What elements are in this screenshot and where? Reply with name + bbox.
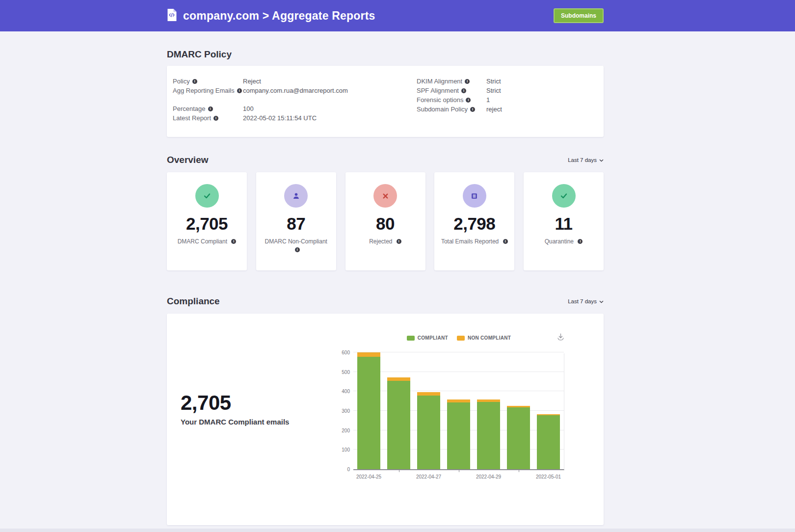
policy-label: DKIM Alignmenti	[417, 77, 486, 86]
info-icon[interactable]: i	[295, 247, 300, 252]
overview-card: 2,705DMARC Compliant i	[167, 172, 247, 270]
overview-card: 80Rejected i	[345, 172, 425, 270]
policy-label: Policyi	[173, 77, 243, 86]
info-icon[interactable]: i	[470, 107, 475, 112]
compliant-total-value: 2,705	[181, 391, 328, 415]
segment-compliant	[447, 402, 470, 469]
policy-label: Percentagei	[173, 104, 243, 113]
metric-value: 2,798	[453, 214, 495, 234]
download-chart-icon[interactable]	[556, 332, 565, 344]
segment-compliant	[477, 402, 500, 469]
compliance-card: 2,705 Your DMARC Compliant emails COMPLI…	[167, 314, 604, 525]
policy-section-title: DMARC Policy	[167, 49, 604, 60]
x-axis-tick	[519, 470, 519, 472]
y-axis-tick: 200	[342, 427, 350, 433]
legend-item: COMPLIANT	[407, 335, 448, 341]
metric-value: 80	[376, 214, 395, 234]
user-icon	[284, 184, 308, 208]
y-axis-tick: 100	[342, 447, 350, 452]
compliance-date-range-label: Last 7 days	[568, 298, 597, 304]
segment-compliant	[357, 357, 380, 469]
info-icon[interactable]: i	[461, 88, 466, 93]
legend-label: NON COMPLIANT	[468, 335, 511, 341]
info-icon[interactable]: i	[578, 239, 583, 244]
page-title: company.com > Aggregate Reports	[183, 9, 375, 23]
bar-2022-04-25	[357, 352, 380, 469]
info-icon[interactable]: i	[397, 239, 401, 244]
metric-label: DMARC Compliant i	[178, 238, 237, 246]
top-bar-content: company.com > Aggregate Reports Subdomai…	[167, 8, 604, 24]
compliance-date-range-select[interactable]: Last 7 days	[568, 298, 604, 304]
policy-label: Agg Reporting Emailsi	[173, 86, 243, 95]
x-axis-label: 2022-04-27	[409, 474, 449, 479]
bar-2022-04-26	[387, 377, 410, 469]
y-axis-tick: 400	[342, 389, 350, 394]
policy-label: Latest Reporti	[173, 113, 243, 123]
y-axis-tick: 0	[347, 467, 350, 472]
policy-row: DKIM AlignmentiStrict	[417, 77, 598, 86]
gridline	[353, 372, 564, 372]
segment-noncompliant	[357, 352, 380, 357]
policy-value: Strict	[486, 77, 501, 86]
policy-right-column: DKIM AlignmentiStrictSPF AlignmentiStric…	[417, 77, 598, 126]
policy-value: Reject	[243, 77, 261, 86]
gridline	[353, 352, 564, 352]
info-icon[interactable]: i	[213, 116, 218, 121]
info-icon[interactable]: i	[465, 79, 470, 84]
breadcrumb: company.com > Aggregate Reports	[167, 8, 375, 24]
compliance-section-head: Compliance Last 7 days	[167, 296, 604, 307]
policy-row: SPF AlignmentiStrict	[417, 86, 598, 95]
policy-row: Latest Reporti2022-05-02 15:11:54 UTC	[173, 113, 417, 123]
overview-cards-row: 2,705DMARC Compliant i87DMARC Non-Compli…	[167, 172, 604, 270]
policy-row: Subdomain Policyireject	[417, 105, 598, 114]
overview-section-head: Overview Last 7 days	[167, 155, 604, 165]
info-icon[interactable]: i	[192, 79, 197, 84]
segment-compliant	[387, 381, 410, 469]
x-axis-label: 2022-05-01	[529, 474, 568, 479]
overview-card: 11Quarantine i	[524, 172, 604, 270]
policy-value: 100	[243, 104, 254, 113]
report-icon	[463, 184, 486, 208]
info-icon[interactable]: i	[231, 239, 236, 244]
y-axis-tick: 600	[342, 350, 350, 355]
x-axis-label: 2022-04-25	[349, 474, 389, 479]
policy-label: Subdomain Policyi	[417, 105, 486, 114]
bar-2022-04-29	[477, 399, 500, 469]
chart-plot-area: 01002003004005006002022-04-252022-04-272…	[353, 353, 564, 470]
bar-2022-05-01	[537, 414, 560, 469]
compliance-summary: 2,705 Your DMARC Compliant emails	[181, 391, 328, 525]
chart-legend: COMPLIANTNON COMPLIANT	[353, 335, 564, 341]
metric-value: 11	[555, 214, 573, 234]
legend-swatch	[407, 336, 415, 341]
check-icon	[195, 184, 219, 208]
info-icon[interactable]: i	[466, 98, 471, 103]
subdomains-button[interactable]: Subdomains	[554, 8, 604, 23]
compliance-section-title: Compliance	[167, 296, 220, 307]
metric-label: Total Emails Reported i	[441, 238, 508, 246]
report-document-icon	[167, 8, 177, 24]
policy-value: 1	[486, 95, 490, 105]
metric-label: DMARC Non-Compliant i	[262, 238, 330, 254]
compliance-chart: COMPLIANTNON COMPLIANT 01002003004005006…	[344, 314, 574, 525]
policy-value: company.com.rua@dmarcreport.com	[243, 86, 348, 95]
check-icon	[552, 184, 576, 208]
bar-2022-04-27	[417, 392, 440, 469]
compliant-total-label: Your DMARC Compliant emails	[181, 418, 328, 426]
metric-value: 2,705	[186, 214, 228, 234]
overview-card: 87DMARC Non-Compliant i	[256, 172, 336, 270]
policy-value: reject	[486, 105, 502, 114]
bar-2022-04-28	[447, 399, 470, 469]
chevron-down-icon	[599, 157, 604, 163]
policy-left-column: PolicyiRejectAgg Reporting Emailsicompan…	[173, 77, 417, 126]
segment-noncompliant	[417, 392, 440, 396]
info-icon[interactable]: i	[237, 88, 242, 93]
policy-label: Forensic optionsi	[417, 95, 486, 105]
x-axis-tick	[399, 470, 399, 472]
info-icon[interactable]: i	[208, 106, 213, 111]
info-icon[interactable]: i	[503, 239, 508, 244]
policy-row: Forensic optionsi1	[417, 95, 598, 105]
y-axis-tick: 300	[342, 408, 350, 414]
policy-row: Agg Reporting Emailsicompany.com.rua@dma…	[173, 86, 417, 95]
overview-date-range-select[interactable]: Last 7 days	[568, 157, 604, 163]
dmarc-dashboard-page: company.com > Aggregate Reports Subdomai…	[0, 0, 795, 532]
